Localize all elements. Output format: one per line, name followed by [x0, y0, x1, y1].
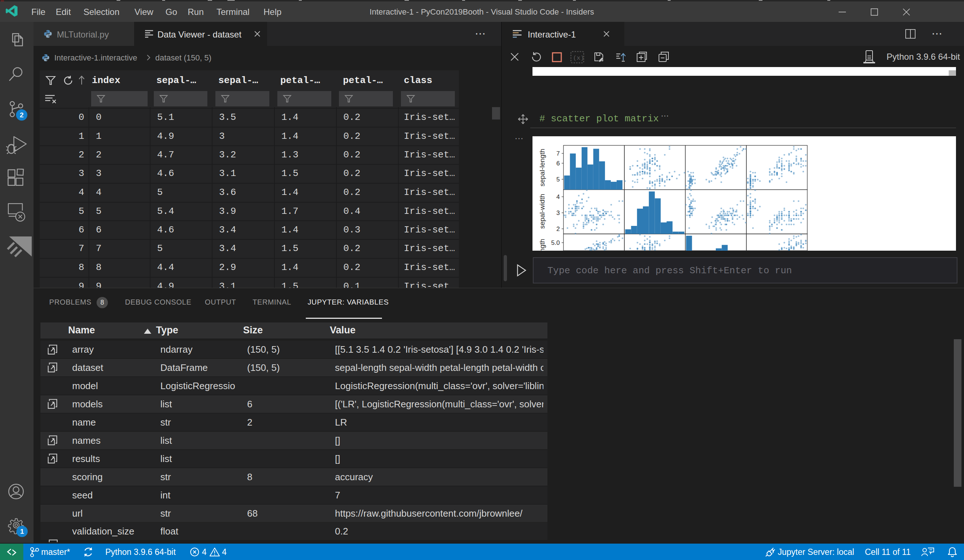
svg-text:7: 7 — [557, 150, 560, 157]
svg-text:5: 5 — [557, 176, 560, 183]
svg-text:4: 4 — [557, 194, 560, 200]
svg-text:6: 6 — [557, 160, 560, 167]
svg-text:sepal-length: sepal-length — [538, 149, 546, 187]
svg-text:petal-length: petal-length — [538, 239, 546, 251]
svg-text:(x): (x) — [573, 55, 584, 62]
svg-text:5.0: 5.0 — [551, 239, 560, 246]
svg-text:3: 3 — [557, 210, 560, 217]
svg-text:sepal-width: sepal-width — [538, 194, 546, 229]
svg-text:2: 2 — [557, 226, 560, 233]
